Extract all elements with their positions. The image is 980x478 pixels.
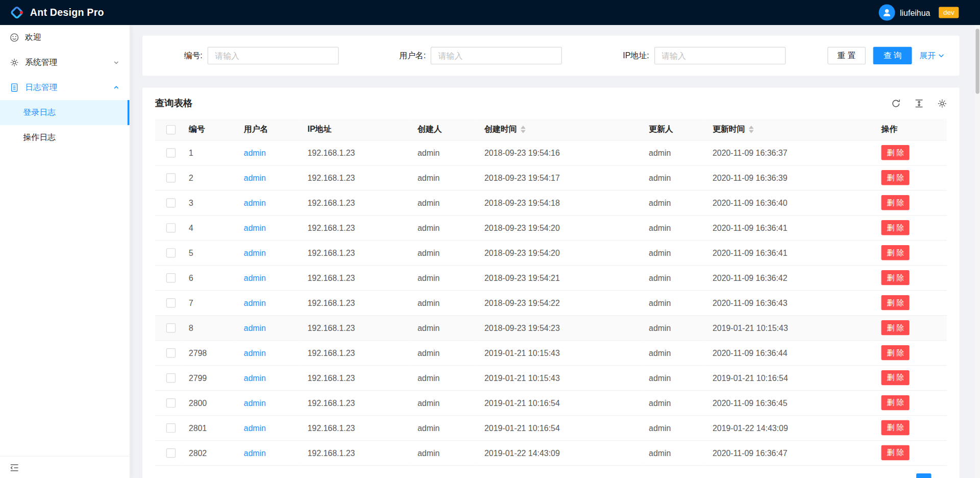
table-row: 8 admin 192.168.1.23 admin 2018-09-23 19…: [155, 315, 947, 340]
delete-button[interactable]: 删 除: [881, 295, 910, 310]
sidebar-item-login-log[interactable]: 登录日志: [0, 100, 129, 125]
delete-button[interactable]: 删 除: [881, 270, 910, 285]
table-header-row: 编号 用户名 IP地址 创建人 创建时间 更新人: [155, 119, 947, 140]
sidebar-item-welcome[interactable]: 欢迎: [0, 25, 129, 50]
field-id: 编号:: [158, 47, 381, 64]
cell-created-time: 2018-09-23 19:54:23: [477, 315, 641, 340]
username-link[interactable]: admin: [244, 373, 266, 382]
delete-button[interactable]: 删 除: [881, 170, 910, 185]
row-checkbox[interactable]: [166, 223, 176, 232]
cell-updater: admin: [641, 315, 705, 340]
id-input[interactable]: [208, 47, 339, 64]
sidebar-item-label: 系统管理: [25, 57, 113, 68]
cell-ip: 192.168.1.23: [300, 440, 410, 465]
row-checkbox[interactable]: [166, 273, 176, 282]
username-link[interactable]: admin: [244, 173, 266, 182]
row-checkbox[interactable]: [166, 398, 176, 408]
reload-icon[interactable]: [891, 99, 900, 108]
row-checkbox[interactable]: [166, 323, 176, 332]
setting-icon: [10, 58, 19, 67]
username-link[interactable]: admin: [244, 248, 266, 257]
sorter-icon[interactable]: [749, 126, 754, 133]
column-header-updater: 更新人: [641, 119, 705, 140]
row-checkbox[interactable]: [166, 148, 176, 157]
pagination-active-page[interactable]: [916, 473, 931, 478]
delete-button[interactable]: 删 除: [881, 420, 910, 435]
row-checkbox[interactable]: [166, 248, 176, 257]
cell-id: 6: [181, 265, 236, 290]
smile-icon: [10, 33, 19, 42]
cell-creator: admin: [410, 140, 477, 165]
row-checkbox[interactable]: [166, 448, 176, 458]
username-link[interactable]: admin: [244, 298, 266, 307]
expand-link[interactable]: 展开: [919, 50, 944, 61]
delete-button[interactable]: 删 除: [881, 370, 910, 385]
cell-creator: admin: [410, 365, 477, 390]
cell-updater: admin: [641, 365, 705, 390]
cell-updater: admin: [641, 415, 705, 440]
expand-label: 展开: [919, 50, 936, 61]
cell-created-time: 2018-09-23 19:54:16: [477, 140, 641, 165]
username-link[interactable]: admin: [244, 398, 266, 407]
delete-button[interactable]: 删 除: [881, 395, 910, 410]
cell-updater: admin: [641, 440, 705, 465]
username-link[interactable]: admin: [244, 148, 266, 157]
delete-button[interactable]: 删 除: [881, 145, 910, 160]
row-checkbox[interactable]: [166, 298, 176, 307]
field-ip: IP地址:: [604, 47, 827, 64]
cell-updater: admin: [641, 290, 705, 315]
cell-updater: admin: [641, 215, 705, 240]
cell-creator: admin: [410, 190, 477, 215]
main-content: 编号: 用户名: IP地址: 重 置 查 询 展开: [130, 25, 980, 478]
delete-button[interactable]: 删 除: [881, 220, 910, 235]
cell-updated-time: 2020-11-09 16:36:45: [705, 390, 874, 415]
cell-ip: 192.168.1.23: [300, 140, 410, 165]
username-link[interactable]: admin: [244, 273, 266, 282]
table-row: 3 admin 192.168.1.23 admin 2018-09-23 19…: [155, 190, 947, 215]
query-button[interactable]: 查 询: [873, 47, 912, 64]
sidebar-item-log-management[interactable]: 日志管理: [0, 75, 129, 100]
row-checkbox[interactable]: [166, 173, 176, 182]
menu-fold-icon[interactable]: [10, 463, 19, 472]
ip-input[interactable]: [654, 47, 785, 64]
scrollbar-thumb[interactable]: [975, 29, 979, 93]
delete-button[interactable]: 删 除: [881, 245, 910, 260]
avatar[interactable]: [878, 5, 895, 21]
username-link[interactable]: admin: [244, 423, 266, 432]
username-link[interactable]: admin: [244, 198, 266, 207]
reset-button[interactable]: 重 置: [827, 47, 866, 64]
cell-updated-time: 2020-11-09 16:36:41: [705, 215, 874, 240]
column-height-icon[interactable]: [914, 99, 923, 108]
row-checkbox[interactable]: [166, 373, 176, 383]
table-title: 查询表格: [155, 97, 192, 109]
settings-gear-icon[interactable]: [938, 99, 947, 108]
logo[interactable]: Ant Design Pro: [9, 5, 104, 21]
row-checkbox[interactable]: [166, 198, 176, 207]
username-link[interactable]: admin: [244, 223, 266, 232]
cell-ip: 192.168.1.23: [300, 265, 410, 290]
sidebar-item-system-management[interactable]: 系统管理: [0, 50, 129, 75]
cell-updated-time: 2020-11-09 16:36:37: [705, 140, 874, 165]
user-name[interactable]: liufeihua: [900, 8, 930, 17]
delete-button[interactable]: 删 除: [881, 345, 910, 360]
sidebar-item-label: 登录日志: [23, 107, 56, 118]
delete-button[interactable]: 删 除: [881, 195, 910, 210]
cell-creator: admin: [410, 440, 477, 465]
username-link[interactable]: admin: [244, 448, 266, 457]
cell-updater: admin: [641, 265, 705, 290]
username-input[interactable]: [431, 47, 562, 64]
delete-button[interactable]: 删 除: [881, 445, 910, 460]
sidebar-item-operation-log[interactable]: 操作日志: [0, 125, 129, 150]
row-checkbox[interactable]: [166, 423, 176, 433]
cell-ip: 192.168.1.23: [300, 215, 410, 240]
field-label: 编号:: [158, 50, 208, 61]
cell-updated-time: 2020-11-09 16:36:44: [705, 340, 874, 365]
username-link[interactable]: admin: [244, 348, 266, 357]
delete-button[interactable]: 删 除: [881, 320, 910, 335]
sorter-icon[interactable]: [521, 126, 526, 133]
username-link[interactable]: admin: [244, 323, 266, 332]
row-checkbox[interactable]: [166, 348, 176, 357]
search-form-card: 编号: 用户名: IP地址: 重 置 查 询 展开: [142, 36, 959, 76]
cell-ip: 192.168.1.23: [300, 390, 410, 415]
select-all-checkbox[interactable]: [166, 125, 176, 134]
